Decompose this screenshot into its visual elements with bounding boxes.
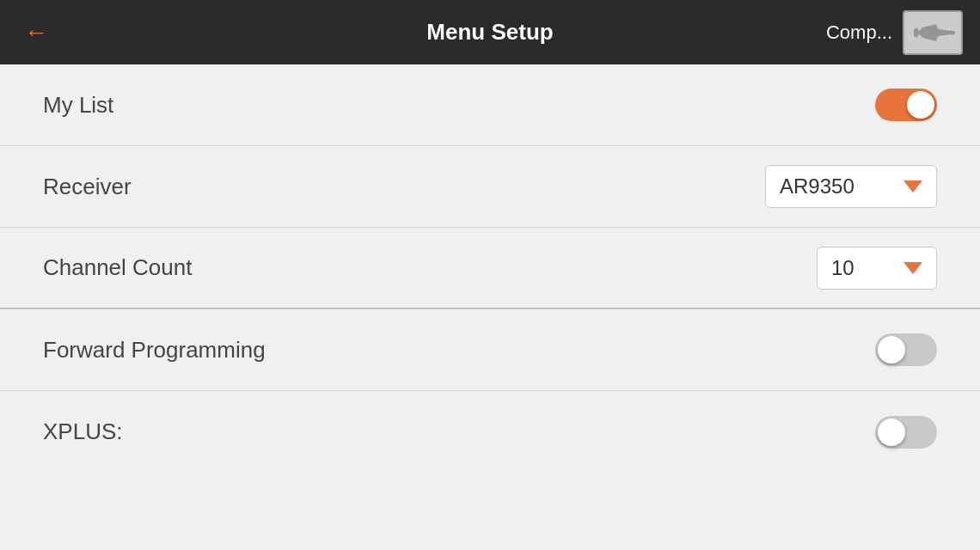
xplus-row: XPLUS: [0,391,980,473]
my-list-row: My List [0,64,980,146]
receiver-dropdown-arrow-icon [903,180,922,192]
comp-label: Comp... [826,21,892,44]
xplus-toggle[interactable] [875,416,937,449]
svg-marker-4 [914,33,919,38]
my-list-toggle[interactable] [875,89,937,121]
receiver-label: Receiver [43,174,132,200]
back-arrow-icon: ← [24,19,48,46]
channel-count-label: Channel Count [43,254,192,281]
airplane-icon [907,15,959,50]
settings-content: My List Receiver AR9350 Channel Count 10… [0,64,980,550]
svg-marker-3 [914,28,919,33]
svg-point-5 [948,30,955,34]
header: ← Menu Setup Comp... [0,0,980,64]
svg-marker-2 [919,33,940,41]
my-list-toggle-knob [907,91,934,119]
channel-count-value: 10 [831,256,854,280]
channel-count-dropdown-arrow-icon [903,262,922,274]
forward-programming-row: Forward Programming [0,309,980,391]
receiver-value: AR9350 [780,174,854,199]
forward-programming-toggle[interactable] [875,333,937,366]
channel-count-row: Channel Count 10 [0,228,980,309]
my-list-label: My List [43,92,113,119]
forward-programming-label: Forward Programming [43,337,266,364]
xplus-label: XPLUS: [43,419,123,445]
header-right: Comp... [826,10,963,55]
my-list-toggle-wrapper [875,89,937,121]
forward-programming-toggle-knob [878,336,905,364]
receiver-dropdown[interactable]: AR9350 [765,165,937,208]
back-button[interactable]: ← [17,14,55,52]
channel-count-dropdown[interactable]: 10 [817,247,937,290]
xplus-toggle-knob [878,419,905,446]
aircraft-thumbnail[interactable] [903,10,963,55]
forward-programming-toggle-wrapper [875,333,937,366]
receiver-row: Receiver AR9350 [0,146,980,228]
svg-marker-1 [919,24,940,33]
xplus-toggle-wrapper [875,416,937,449]
page-title: Menu Setup [426,19,553,46]
